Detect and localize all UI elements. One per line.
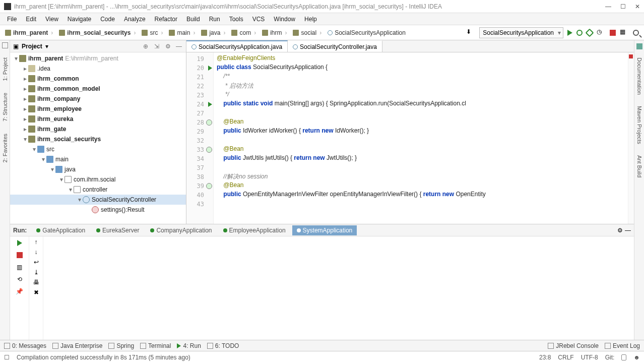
menu-edit[interactable]: Edit [22, 15, 40, 24]
gutter-line[interactable]: 34 [186, 154, 213, 163]
tree-row[interactable]: ▾SocialSecurityController [10, 195, 186, 205]
tab-structure[interactable]: 7: Structure [1, 90, 9, 125]
tree-row[interactable]: ▸ihrm_company [10, 94, 186, 104]
gutter-line[interactable]: 37 [186, 163, 213, 172]
tree-twisty[interactable]: ▾ [31, 146, 37, 153]
gutter-line[interactable]: 32 [186, 136, 213, 145]
search-everywhere-icon[interactable] [633, 30, 639, 36]
menu-run[interactable]: Run [205, 15, 224, 24]
tree-row[interactable]: ▾ihrm_parentE:\ihrm\ihrm_parent [10, 53, 186, 64]
tool-terminal[interactable]: Terminal [140, 342, 171, 349]
stop-button[interactable] [610, 30, 616, 36]
bc-main[interactable]: main [167, 26, 199, 40]
minimize-button[interactable]: — [605, 3, 611, 10]
run-settings-icon[interactable]: ⚙ [617, 227, 623, 234]
tree-twisty[interactable]: ▸ [22, 75, 28, 82]
collapse-icon[interactable]: ⇲ [153, 42, 161, 50]
bc-com[interactable]: com [229, 26, 260, 40]
menu-analyze[interactable]: Analyze [120, 15, 150, 24]
maximize-button[interactable]: ☐ [620, 3, 626, 10]
bc-social[interactable]: social [291, 26, 326, 40]
locate-icon[interactable]: ⊕ [142, 42, 150, 50]
tree-twisty[interactable]: ▸ [22, 65, 28, 72]
menu-refactor[interactable]: Refactor [151, 15, 181, 24]
gutter-line[interactable]: 29 [186, 127, 213, 136]
tree-row[interactable]: settings():Result [10, 205, 186, 215]
tree-row[interactable]: ▾src [10, 144, 186, 154]
editor-tab[interactable]: SocialSecuritysApplication.java [186, 40, 288, 52]
tab-favorites[interactable]: 2: Favorites [1, 131, 9, 165]
run-tab[interactable]: EmployeeApplication [219, 225, 290, 235]
layout-button[interactable]: ▦ [620, 28, 629, 37]
run-button[interactable] [567, 30, 572, 36]
gutter-line[interactable]: 38 [186, 172, 213, 182]
tool-run[interactable]: 4: Run [177, 342, 201, 349]
tree-twisty[interactable]: ▾ [58, 176, 65, 183]
project-tool-icon[interactable] [2, 42, 8, 48]
tree-twisty[interactable]: ▾ [22, 136, 28, 143]
editor-tab[interactable]: SocialSecurityController.java [288, 40, 382, 52]
tree-row[interactable]: ▾main [10, 154, 186, 164]
tree-twisty[interactable]: ▾ [68, 186, 74, 193]
tree-twisty[interactable]: ▾ [13, 55, 19, 62]
tree-row[interactable]: ▸ihrm_eureka [10, 114, 186, 124]
tree-twisty[interactable]: ▸ [22, 126, 28, 133]
gutter-line[interactable]: 33 [186, 145, 213, 154]
tree-row[interactable]: ▾com.ihrm.social [10, 174, 186, 185]
bean-gutter-icon[interactable] [206, 183, 212, 189]
clear-icon[interactable]: ✖ [34, 289, 39, 296]
run-gutter-icon[interactable] [208, 102, 212, 107]
tool-java-enterprise[interactable]: Java Enterprise [52, 342, 102, 349]
gutter-line[interactable]: 24 [186, 100, 213, 109]
build-icon[interactable]: ⬇ [466, 28, 475, 37]
cursor-position[interactable]: 23:8 [539, 354, 551, 361]
tab-ant[interactable]: Ant Build [635, 152, 643, 180]
gutter-line[interactable]: 23 [186, 91, 213, 100]
gutter-line[interactable]: 19 [186, 54, 213, 64]
menu-help[interactable]: Help [300, 15, 321, 24]
stop-button[interactable] [15, 251, 24, 260]
coverage-button[interactable] [586, 28, 594, 37]
run-tab[interactable]: GateApplication [32, 225, 90, 235]
menu-file[interactable]: File [3, 15, 21, 24]
tree-twisty[interactable]: ▾ [40, 156, 46, 163]
gutter-line[interactable]: 22 [186, 82, 213, 91]
gutter-line[interactable]: 27 [186, 109, 213, 118]
menu-view[interactable]: View [41, 15, 62, 24]
bean-gutter-icon[interactable] [206, 119, 212, 126]
print-icon[interactable]: 🖶 [33, 279, 39, 286]
run-tab[interactable]: SystemApplication [292, 225, 357, 235]
close-button[interactable]: ✕ [635, 3, 640, 10]
menu-build[interactable]: Build [182, 15, 204, 24]
project-view-dropdown[interactable]: ▾ [45, 43, 48, 50]
menu-vcs[interactable]: VCS [248, 15, 269, 24]
tree-row[interactable]: ▸ihrm_common_model [10, 84, 186, 94]
up-icon[interactable]: ↑ [35, 238, 38, 246]
tab-project[interactable]: 1: Project [1, 54, 9, 84]
tree-twisty[interactable]: ▸ [22, 85, 28, 92]
bc-class[interactable]: SocialSecuritysApplication [326, 26, 413, 40]
bc-ihrm[interactable]: ihrm [260, 26, 291, 40]
gutter-line[interactable]: 39 [186, 182, 213, 191]
run-gutter-icon[interactable] [208, 66, 212, 71]
lock-icon[interactable] [621, 354, 626, 360]
hide-icon[interactable]: — [175, 42, 183, 50]
settings-icon[interactable]: ⚙ [164, 42, 172, 50]
tree-twisty[interactable]: ▾ [77, 196, 83, 203]
status-icon[interactable]: ☐ [4, 354, 10, 361]
error-marker[interactable] [629, 54, 633, 58]
tool-messages[interactable]: 0: Messages [4, 342, 46, 349]
bc-root[interactable]: ihrm_parent [3, 26, 57, 40]
hector-icon[interactable]: ☻ [633, 354, 640, 361]
project-view-icon[interactable]: ▣ [13, 43, 19, 50]
run-tab[interactable]: CompanyApplication [146, 225, 216, 235]
tool-spring[interactable]: Spring [108, 342, 134, 349]
tree-row[interactable]: ▾controller [10, 185, 186, 195]
tree-row[interactable]: ▸ihrm_common [10, 74, 186, 84]
down-icon[interactable]: ↓ [35, 249, 38, 256]
restore-layout-button[interactable]: ⟲ [15, 275, 24, 284]
tree-row[interactable]: ▸.idea [10, 64, 186, 74]
tree-twisty[interactable]: ▸ [22, 95, 28, 102]
menu-navigate[interactable]: Navigate [63, 15, 95, 24]
bc-java[interactable]: java [199, 26, 229, 40]
